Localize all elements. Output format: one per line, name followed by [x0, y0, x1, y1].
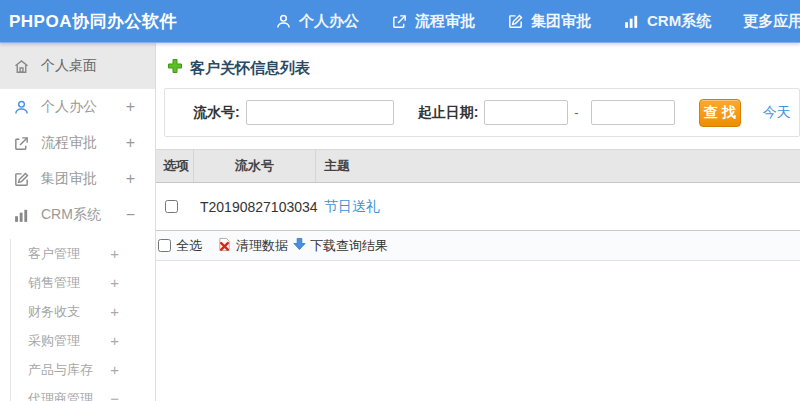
results-table: 选项 流水号 主题 T20190827103034 节日送礼 全选 清理数据 下…	[156, 149, 800, 261]
date-from-input[interactable]	[484, 100, 568, 125]
expand-toggle[interactable]: +	[110, 245, 119, 262]
bar-chart-icon	[623, 13, 640, 30]
workflow-icon	[13, 134, 31, 152]
search-button[interactable]: 查找	[699, 99, 741, 127]
clear-data-icon	[217, 237, 232, 255]
expand-toggle[interactable]: +	[110, 361, 119, 378]
sidebar-item-group-approval[interactable]: 集团审批 +	[0, 161, 155, 197]
main-content: 客户关怀信息列表 流水号: 起止日期: - 查找 今天 本 选项 流水号 主题 …	[156, 43, 800, 401]
table-footer-bar: 全选 清理数据 下载查询结果	[156, 231, 800, 261]
bar-chart-icon	[13, 206, 31, 224]
topnav-group-approval[interactable]: 集团审批	[507, 12, 591, 31]
topnav-crm-system[interactable]: CRM系统	[623, 12, 711, 31]
page-title: 客户关怀信息列表	[190, 59, 310, 78]
sidebar-item-personal-office[interactable]: 个人办公 +	[0, 89, 155, 125]
table-header-row: 选项 流水号 主题	[156, 150, 800, 183]
crm-submenu: 客户管理 + 销售管理 + 财务收支 + 采购管理 + 产品与库存 + 代理商管…	[10, 239, 155, 401]
search-panel: 流水号: 起止日期: - 查找 今天 本	[164, 88, 800, 137]
header-subject: 主题	[316, 150, 800, 182]
submenu-item-purchasing[interactable]: 采购管理 +	[11, 326, 155, 355]
clear-data-action[interactable]: 清理数据	[217, 237, 288, 255]
expand-toggle[interactable]: +	[110, 332, 119, 349]
header-serial: 流水号	[194, 150, 316, 182]
download-results-action[interactable]: 下载查询结果	[293, 237, 388, 255]
edit-icon	[507, 13, 524, 30]
collapse-toggle[interactable]: −	[110, 390, 119, 401]
select-all-checkbox[interactable]	[158, 239, 171, 252]
submenu-item-agent-management[interactable]: 代理商管理 −	[11, 384, 155, 401]
page-title-row: 客户关怀信息列表	[156, 43, 800, 79]
collapse-toggle[interactable]: −	[126, 206, 135, 224]
top-header-bar: PHPOA协同办公软件 个人办公 流程审批 集团审批 CRM系统 更多应用	[0, 0, 800, 43]
topnav-more-apps[interactable]: 更多应用	[743, 12, 800, 31]
expand-toggle[interactable]: +	[126, 170, 135, 188]
row-subject-link[interactable]: 节日送礼	[324, 198, 380, 216]
expand-toggle[interactable]: +	[110, 303, 119, 320]
header-option: 选项	[156, 150, 194, 182]
sidebar-item-workflow-approval[interactable]: 流程审批 +	[0, 125, 155, 161]
topnav-personal-office[interactable]: 个人办公	[275, 12, 359, 31]
today-link[interactable]: 今天	[763, 104, 791, 122]
edit-icon	[13, 170, 31, 188]
date-to-input[interactable]	[591, 100, 675, 125]
submenu-item-finance[interactable]: 财务收支 +	[11, 297, 155, 326]
person-icon	[13, 98, 31, 116]
person-icon	[275, 13, 292, 30]
expand-toggle[interactable]: +	[126, 98, 135, 116]
sidebar-item-personal-desktop[interactable]: 个人桌面	[0, 43, 155, 89]
sidebar-item-crm-system[interactable]: CRM系统 −	[0, 197, 155, 233]
expand-toggle[interactable]: +	[110, 274, 119, 291]
submenu-item-sales-management[interactable]: 销售管理 +	[11, 268, 155, 297]
app-logo: PHPOA协同办公软件	[0, 10, 177, 33]
row-checkbox[interactable]	[165, 200, 178, 213]
serial-number-input[interactable]	[246, 100, 394, 125]
add-record-icon[interactable]	[167, 58, 183, 78]
sidebar: 个人桌面 个人办公 + 流程审批 + 集团审批 + CRM系统 − 客户管理 +	[0, 43, 156, 401]
download-arrow-icon	[293, 237, 306, 254]
home-icon	[13, 57, 31, 75]
submenu-item-products-inventory[interactable]: 产品与库存 +	[11, 355, 155, 384]
date-range-separator: -	[574, 105, 578, 120]
expand-toggle[interactable]: +	[126, 134, 135, 152]
table-row: T20190827103034 节日送礼	[156, 183, 800, 231]
row-serial: T20190827103034	[194, 183, 316, 230]
date-range-label: 起止日期:	[418, 104, 479, 122]
top-navigation: 个人办公 流程审批 集团审批 CRM系统 更多应用	[259, 12, 800, 31]
select-all-label: 全选	[176, 237, 202, 255]
serial-number-label: 流水号:	[193, 104, 240, 122]
workflow-icon	[391, 13, 408, 30]
submenu-item-customer-management[interactable]: 客户管理 +	[11, 239, 155, 268]
topnav-workflow-approval[interactable]: 流程审批	[391, 12, 475, 31]
